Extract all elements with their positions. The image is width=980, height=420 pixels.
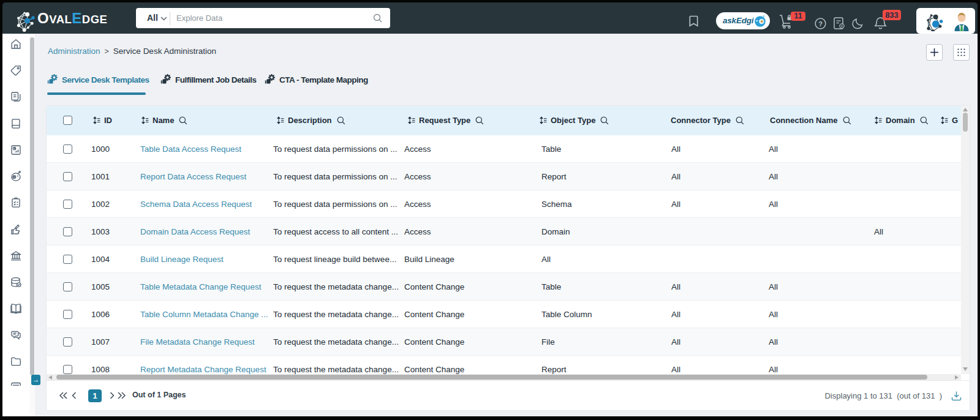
svg-text:?: ? <box>818 20 823 28</box>
